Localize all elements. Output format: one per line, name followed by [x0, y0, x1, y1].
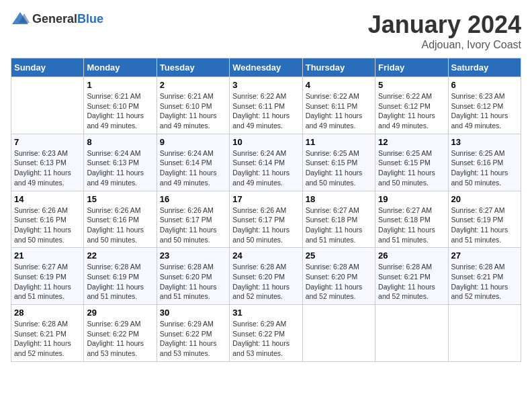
day-number: 12 [378, 137, 445, 147]
day-number: 2 [160, 80, 226, 90]
day-info: Sunrise: 6:26 AMSunset: 6:17 PMDaylight:… [232, 205, 299, 245]
day-number: 18 [306, 194, 372, 204]
day-info: Sunrise: 6:22 AMSunset: 6:12 PMDaylight:… [378, 91, 445, 131]
calendar-cell [302, 305, 375, 362]
calendar-cell: 26Sunrise: 6:28 AMSunset: 6:21 PMDayligh… [375, 248, 448, 305]
day-number: 24 [232, 250, 299, 261]
calendar-week-row: 21Sunrise: 6:27 AMSunset: 6:19 PMDayligh… [11, 248, 521, 305]
calendar-cell: 29Sunrise: 6:29 AMSunset: 6:22 PMDayligh… [84, 305, 157, 362]
calendar-cell: 5Sunrise: 6:22 AMSunset: 6:12 PMDaylight… [375, 77, 448, 134]
calendar-cell: 24Sunrise: 6:28 AMSunset: 6:20 PMDayligh… [230, 248, 302, 305]
day-info: Sunrise: 6:28 AMSunset: 6:21 PMDaylight:… [14, 319, 81, 359]
day-info: Sunrise: 6:29 AMSunset: 6:22 PMDaylight:… [160, 319, 226, 359]
calendar-cell: 4Sunrise: 6:22 AMSunset: 6:11 PMDaylight… [302, 77, 375, 134]
calendar-day-header: Wednesday [230, 58, 302, 77]
day-number: 21 [14, 250, 81, 261]
calendar-day-header: Sunday [11, 58, 84, 77]
calendar-cell: 27Sunrise: 6:28 AMSunset: 6:21 PMDayligh… [448, 248, 521, 305]
calendar-cell: 17Sunrise: 6:26 AMSunset: 6:17 PMDayligh… [230, 191, 302, 248]
day-number: 8 [87, 137, 153, 147]
calendar-cell: 16Sunrise: 6:26 AMSunset: 6:17 PMDayligh… [157, 191, 229, 248]
day-info: Sunrise: 6:29 AMSunset: 6:22 PMDaylight:… [232, 319, 299, 359]
calendar-cell: 25Sunrise: 6:28 AMSunset: 6:20 PMDayligh… [302, 248, 375, 305]
day-info: Sunrise: 6:22 AMSunset: 6:11 PMDaylight:… [232, 91, 299, 131]
day-info: Sunrise: 6:28 AMSunset: 6:20 PMDaylight:… [160, 262, 226, 302]
day-number: 13 [451, 137, 518, 147]
calendar-cell: 22Sunrise: 6:28 AMSunset: 6:19 PMDayligh… [84, 248, 157, 305]
day-info: Sunrise: 6:26 AMSunset: 6:16 PMDaylight:… [14, 205, 81, 245]
calendar-cell: 13Sunrise: 6:25 AMSunset: 6:16 PMDayligh… [448, 134, 521, 191]
day-number: 4 [306, 80, 372, 90]
day-number: 31 [232, 308, 299, 318]
calendar-week-row: 14Sunrise: 6:26 AMSunset: 6:16 PMDayligh… [11, 191, 521, 248]
calendar-cell: 28Sunrise: 6:28 AMSunset: 6:21 PMDayligh… [11, 305, 84, 362]
calendar-cell: 8Sunrise: 6:24 AMSunset: 6:13 PMDaylight… [84, 134, 157, 191]
calendar-cell: 23Sunrise: 6:28 AMSunset: 6:20 PMDayligh… [157, 248, 229, 305]
day-number: 10 [232, 137, 299, 147]
calendar-cell: 7Sunrise: 6:23 AMSunset: 6:13 PMDaylight… [11, 134, 84, 191]
calendar-cell [375, 305, 448, 362]
calendar-cell [448, 305, 521, 362]
day-info: Sunrise: 6:23 AMSunset: 6:12 PMDaylight:… [451, 91, 518, 131]
page-header: GeneralBlue January 2024 Adjouan, Ivory … [11, 11, 521, 51]
day-info: Sunrise: 6:28 AMSunset: 6:21 PMDaylight:… [378, 262, 445, 302]
day-number: 17 [232, 194, 299, 204]
day-number: 30 [160, 308, 226, 318]
day-number: 29 [87, 308, 153, 318]
calendar-cell: 1Sunrise: 6:21 AMSunset: 6:10 PMDaylight… [84, 77, 157, 134]
calendar-cell: 14Sunrise: 6:26 AMSunset: 6:16 PMDayligh… [11, 191, 84, 248]
day-info: Sunrise: 6:28 AMSunset: 6:20 PMDaylight:… [306, 262, 372, 302]
day-info: Sunrise: 6:27 AMSunset: 6:19 PMDaylight:… [451, 205, 518, 245]
calendar-cell: 3Sunrise: 6:22 AMSunset: 6:11 PMDaylight… [230, 77, 302, 134]
day-number: 26 [378, 250, 445, 261]
day-info: Sunrise: 6:28 AMSunset: 6:19 PMDaylight:… [87, 262, 153, 302]
day-number: 14 [14, 194, 81, 204]
location-title: Adjouan, Ivory Coast [368, 39, 521, 51]
day-info: Sunrise: 6:21 AMSunset: 6:10 PMDaylight:… [87, 91, 153, 131]
day-info: Sunrise: 6:27 AMSunset: 6:18 PMDaylight:… [306, 205, 372, 245]
calendar-cell: 11Sunrise: 6:25 AMSunset: 6:15 PMDayligh… [302, 134, 375, 191]
day-number: 11 [306, 137, 372, 147]
calendar-header-row: SundayMondayTuesdayWednesdayThursdayFrid… [11, 58, 521, 77]
day-info: Sunrise: 6:29 AMSunset: 6:22 PMDaylight:… [87, 319, 153, 359]
calendar-cell: 9Sunrise: 6:24 AMSunset: 6:14 PMDaylight… [157, 134, 229, 191]
day-number: 9 [160, 137, 226, 147]
day-info: Sunrise: 6:26 AMSunset: 6:17 PMDaylight:… [160, 205, 226, 245]
logo-blue-text: Blue [77, 12, 103, 26]
calendar-week-row: 7Sunrise: 6:23 AMSunset: 6:13 PMDaylight… [11, 134, 521, 191]
day-number: 1 [87, 80, 153, 90]
calendar-table: SundayMondayTuesdayWednesdayThursdayFrid… [11, 58, 521, 362]
day-info: Sunrise: 6:25 AMSunset: 6:15 PMDaylight:… [378, 148, 445, 188]
day-number: 23 [160, 250, 226, 261]
day-number: 19 [378, 194, 445, 204]
day-number: 20 [451, 194, 518, 204]
calendar-cell [11, 77, 84, 134]
title-block: January 2024 Adjouan, Ivory Coast [368, 11, 521, 51]
day-info: Sunrise: 6:21 AMSunset: 6:10 PMDaylight:… [160, 91, 226, 131]
calendar-cell: 30Sunrise: 6:29 AMSunset: 6:22 PMDayligh… [157, 305, 229, 362]
day-info: Sunrise: 6:24 AMSunset: 6:14 PMDaylight:… [160, 148, 226, 188]
day-info: Sunrise: 6:28 AMSunset: 6:20 PMDaylight:… [232, 262, 299, 302]
calendar-cell: 6Sunrise: 6:23 AMSunset: 6:12 PMDaylight… [448, 77, 521, 134]
day-info: Sunrise: 6:23 AMSunset: 6:13 PMDaylight:… [14, 148, 81, 188]
calendar-day-header: Monday [84, 58, 157, 77]
day-number: 27 [451, 250, 518, 261]
logo-icon [11, 11, 30, 27]
day-number: 16 [160, 194, 226, 204]
day-info: Sunrise: 6:27 AMSunset: 6:19 PMDaylight:… [14, 262, 81, 302]
calendar-cell: 31Sunrise: 6:29 AMSunset: 6:22 PMDayligh… [230, 305, 302, 362]
day-number: 22 [87, 250, 153, 261]
calendar-cell: 20Sunrise: 6:27 AMSunset: 6:19 PMDayligh… [448, 191, 521, 248]
month-title: January 2024 [368, 11, 521, 39]
day-info: Sunrise: 6:22 AMSunset: 6:11 PMDaylight:… [306, 91, 372, 131]
calendar-cell: 2Sunrise: 6:21 AMSunset: 6:10 PMDaylight… [157, 77, 229, 134]
day-number: 15 [87, 194, 153, 204]
day-info: Sunrise: 6:28 AMSunset: 6:21 PMDaylight:… [451, 262, 518, 302]
day-number: 28 [14, 308, 81, 318]
day-info: Sunrise: 6:24 AMSunset: 6:14 PMDaylight:… [232, 148, 299, 188]
calendar-week-row: 28Sunrise: 6:28 AMSunset: 6:21 PMDayligh… [11, 305, 521, 362]
calendar-cell: 10Sunrise: 6:24 AMSunset: 6:14 PMDayligh… [230, 134, 302, 191]
day-number: 3 [232, 80, 299, 90]
day-info: Sunrise: 6:25 AMSunset: 6:15 PMDaylight:… [306, 148, 372, 188]
calendar-week-row: 1Sunrise: 6:21 AMSunset: 6:10 PMDaylight… [11, 77, 521, 134]
